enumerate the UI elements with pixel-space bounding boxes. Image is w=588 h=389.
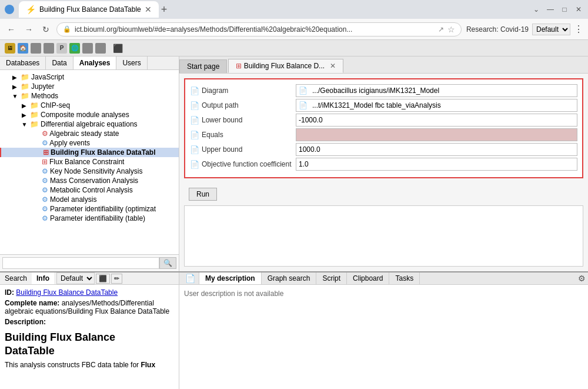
tree-item-chipseq[interactable]: ▶ 📁 ChIP-seq xyxy=(0,101,179,110)
right-bottom-tab-my-description[interactable]: My description xyxy=(199,272,262,284)
tree-item-javascript[interactable]: ▶ 📁 JavaScript xyxy=(0,72,179,82)
form-label-diagram: Diagram xyxy=(202,87,228,95)
sidebar-tab-databases[interactable]: Databases xyxy=(0,56,46,69)
bottom-content: Search Info Default ⬛ ✏ ID: Building Flu… xyxy=(0,272,588,389)
right-bottom-tab-tasks[interactable]: Tasks xyxy=(389,272,420,284)
close-button[interactable]: ✕ xyxy=(574,5,583,14)
sidebar-tab-data[interactable]: Data xyxy=(46,56,73,69)
toolbar-icon-p[interactable]: P xyxy=(56,43,67,54)
gear-icon-apply-events: ⚙ xyxy=(42,139,48,147)
chart-icon-flux-balance: ⊞ xyxy=(42,158,48,166)
toolbar-icon-3[interactable] xyxy=(31,43,41,54)
info-complete-name-row: Complete name: analyses/Methods/Differen… xyxy=(5,299,174,315)
back-button[interactable]: ← xyxy=(5,24,18,35)
tree-item-param-ident-opt[interactable]: ⚙ Parameter identifiability (optimizat xyxy=(0,204,179,214)
run-button[interactable]: Run xyxy=(189,188,217,201)
right-content: Start page ⊞ Building Flux Balance D... … xyxy=(179,56,588,271)
gear-icon-metabolic-control: ⚙ xyxy=(42,186,48,194)
toolbar-icon-2[interactable]: 🏠 xyxy=(18,43,28,54)
left-sidebar: Databases Data Analyses Users ▶ 📁 JavaSc… xyxy=(0,56,179,271)
info-content: ID: Building Flux Balance DataTable Comp… xyxy=(0,285,179,389)
tree-item-mass-conservation[interactable]: ⚙ Mass Conservation Analysis xyxy=(0,176,179,185)
toolbar-icon-5[interactable] xyxy=(82,43,93,54)
form-label-equals: Equals xyxy=(202,131,223,139)
right-bottom-tab-group: 📄 My description Graph search Script Cl xyxy=(182,272,420,284)
tree-label-jupyter: Jupyter xyxy=(31,82,54,91)
expand-icon-differential: ▼ xyxy=(21,121,28,128)
form-value-output-path: ...t/iMK1321_Model fbc table_viaAnalysis xyxy=(312,101,441,109)
profile-dropdown[interactable]: Default xyxy=(532,24,570,35)
form-input-upper-bound[interactable] xyxy=(296,143,577,156)
doc-icon-output-path: 📄 xyxy=(190,101,199,110)
browser-tab-close[interactable]: ✕ xyxy=(145,5,152,14)
tree-item-key-node[interactable]: ⚙ Key Node Sensitivity Analysis xyxy=(0,167,179,176)
form-input-diagram[interactable]: 📄 .../Geobacillus icigianus/iMK1321_Mode… xyxy=(296,84,577,97)
new-tab-button[interactable]: + xyxy=(161,4,168,16)
folder-icon-composite: 📁 xyxy=(30,111,39,119)
tree-item-metabolic-control[interactable]: ⚙ Metabolic Control Analysis xyxy=(0,185,179,195)
tree-item-param-ident-table[interactable]: ⚙ Parameter identifiability (table) xyxy=(0,214,179,223)
inner-tab-building-flux[interactable]: ⊞ Building Flux Balance D... ✕ xyxy=(228,59,343,73)
right-bottom-tab-graph-search[interactable]: Graph search xyxy=(262,272,317,284)
chart-icon-building-flux: ⊞ xyxy=(43,148,49,157)
tree-item-algebraic[interactable]: ⚙ Algebraic steady state xyxy=(0,129,179,138)
info-icon-btn-2[interactable]: ✏ xyxy=(111,274,122,284)
browser-tab-active[interactable]: ⚡ Building Flux Balance DataTable ✕ xyxy=(19,1,159,18)
tree-item-methods[interactable]: ▼ 📁 Methods xyxy=(0,91,179,101)
right-bottom-tab-tasks-label: Tasks xyxy=(395,274,413,282)
minimize-button[interactable]: ⌄ xyxy=(532,5,541,14)
tree-item-jupyter[interactable]: ▶ 📁 Jupyter xyxy=(0,82,179,91)
sidebar-tab-users[interactable]: Users xyxy=(116,56,147,69)
gear-icon-bottom[interactable]: ⚙ xyxy=(578,274,586,283)
expand-icon-chipseq: ▶ xyxy=(21,102,28,109)
bottom-left-tab-search[interactable]: Search xyxy=(0,272,32,284)
browser-tab-favicon: ⚡ xyxy=(26,5,36,14)
reload-button[interactable]: ↻ xyxy=(40,24,52,35)
tree-item-building-flux[interactable]: ⊞ Building Flux Balance DataTabl xyxy=(0,148,179,157)
doc-icon-objective: 📄 xyxy=(190,160,199,169)
info-id-row: ID: Building Flux Balance DataTable xyxy=(5,288,174,297)
inner-tab-start-page[interactable]: Start page xyxy=(179,59,227,73)
info-icon-btn-1[interactable]: ⬛ xyxy=(96,274,110,284)
tree-item-differential[interactable]: ▼ 📁 Differential algebraic equations xyxy=(0,119,179,129)
info-dropdown[interactable]: Default xyxy=(56,272,95,284)
form-input-output-path[interactable]: 📄 ...t/iMK1321_Model fbc table_viaAnalys… xyxy=(296,99,577,112)
menu-icon[interactable]: ⋮ xyxy=(574,24,583,35)
right-bottom-tab-script[interactable]: Script xyxy=(316,272,347,284)
run-button-container: Run xyxy=(179,183,588,205)
form-value-diagram: .../Geobacillus icigianus/iMK1321_Model xyxy=(312,87,439,95)
right-bottom-doc-icon-container: 📄 xyxy=(182,272,199,284)
toolbar-icon-6[interactable] xyxy=(95,43,106,54)
form-input-objective[interactable] xyxy=(296,158,577,171)
info-id-value[interactable]: Building Flux Balance DataTable xyxy=(16,288,118,297)
sidebar-search-button[interactable]: 🔍 xyxy=(159,257,176,269)
biouml-logo: ⬛ xyxy=(113,44,123,53)
sidebar-search-input[interactable] xyxy=(2,257,159,269)
url-bar[interactable]: 🔒 ict.biouml.org/bioumlweb/#de=analyses/… xyxy=(56,22,462,36)
lock-icon: 🔒 xyxy=(63,25,71,33)
right-bottom-tab-clipboard-label: Clipboard xyxy=(353,274,383,282)
toolbar-icon-4[interactable] xyxy=(44,43,54,54)
inner-tab-start-page-label: Start page xyxy=(187,62,219,71)
address-bar: ← → ↻ 🔒 ict.biouml.org/bioumlweb/#de=ana… xyxy=(0,19,588,40)
tree-label-building-flux: Building Flux Balance DataTabl xyxy=(51,148,155,157)
form-input-equals[interactable] xyxy=(296,128,577,141)
tree-item-apply-events[interactable]: ⚙ Apply events xyxy=(0,138,179,148)
minimize-button2[interactable]: — xyxy=(546,5,555,14)
toolbar-icon-1[interactable]: 🖥 xyxy=(5,43,15,54)
tree-item-flux-balance[interactable]: ⊞ Flux Balance Constraint xyxy=(0,157,179,167)
inner-tab-close-building-flux[interactable]: ✕ xyxy=(330,62,336,70)
bottom-panel: Search Info Default ⬛ ✏ ID: Building Flu… xyxy=(0,271,588,389)
sidebar-tab-analyses[interactable]: Analyses xyxy=(74,56,117,69)
tree-item-model-analysis[interactable]: ⚙ Model analysis xyxy=(0,195,179,204)
bottom-left-tab-info[interactable]: Info xyxy=(32,272,54,284)
maximize-button[interactable]: □ xyxy=(560,5,569,14)
expand-icon-jupyter: ▶ xyxy=(11,84,18,90)
toolbar-icon-globe[interactable]: 🌐 xyxy=(69,43,80,54)
forward-button[interactable]: → xyxy=(22,24,35,35)
form-input-lower-bound[interactable] xyxy=(296,114,577,127)
right-bottom-tab-clipboard[interactable]: Clipboard xyxy=(347,272,389,284)
tree-item-composite[interactable]: ▶ 📁 Composite module analyses xyxy=(0,110,179,119)
right-bottom-doc-icon: 📄 xyxy=(185,274,195,283)
right-bottom-tab-graph-search-label: Graph search xyxy=(268,274,310,282)
